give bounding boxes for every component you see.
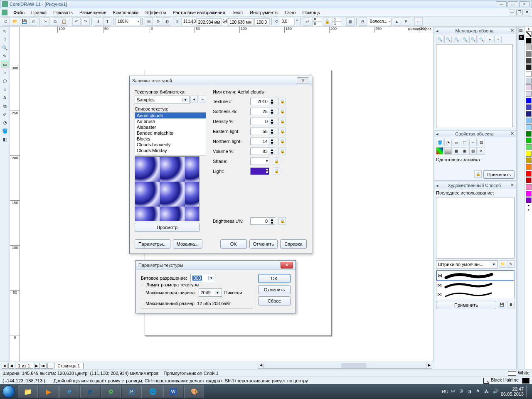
color-swatch[interactable] bbox=[526, 177, 532, 183]
clock[interactable]: 20:4706.05.2013 bbox=[501, 387, 524, 397]
cancel-button[interactable]: Отменить bbox=[258, 285, 291, 294]
zoom-combo[interactable]: 100% bbox=[116, 18, 140, 25]
last-page-button[interactable]: ⏭ bbox=[41, 363, 47, 369]
color-swatch[interactable] bbox=[526, 31, 532, 37]
color-swatch[interactable] bbox=[526, 111, 532, 117]
task-chrome[interactable]: 🌐 bbox=[143, 385, 163, 398]
zoom-out-icon[interactable]: 🔍 bbox=[453, 36, 460, 43]
color-swatch[interactable] bbox=[526, 51, 532, 57]
web-tab-icon[interactable]: ⬚ bbox=[461, 139, 468, 146]
maximize-button[interactable]: ▭ bbox=[507, 1, 518, 7]
convert-button[interactable]: ○ bbox=[414, 17, 423, 26]
pick-tool[interactable]: ↖ bbox=[1, 27, 9, 35]
lock-icon[interactable]: 🔒 bbox=[278, 108, 286, 115]
h-field[interactable]: 120.638 мм bbox=[227, 18, 254, 26]
color-swatch[interactable] bbox=[526, 184, 532, 190]
color-swatch[interactable] bbox=[526, 118, 532, 123]
snap-button[interactable]: ⊞ bbox=[145, 17, 153, 26]
export-button[interactable]: ⬆ bbox=[103, 17, 111, 26]
open-button[interactable]: 📂 bbox=[11, 17, 19, 26]
page-tab[interactable]: Страница 1 bbox=[54, 363, 84, 369]
ruler-vertical[interactable]: 300 250 200 150 100 50 0 bbox=[10, 33, 20, 377]
task-explorer[interactable]: 📁 bbox=[18, 385, 38, 398]
zoom-sel-icon[interactable]: 🔍 bbox=[461, 36, 468, 43]
corner-tl[interactable]: 0 bbox=[312, 17, 322, 22]
freehand-tool[interactable]: ✎ bbox=[1, 52, 9, 60]
corner-lock[interactable]: 🔒 bbox=[323, 17, 331, 26]
corner-br[interactable]: 1 bbox=[332, 22, 342, 26]
start-button[interactable] bbox=[0, 384, 17, 399]
toback-button[interactable]: ▼ bbox=[402, 17, 410, 26]
cancel-button[interactable]: Отменить bbox=[249, 239, 278, 249]
blend-tool[interactable]: ⧉ bbox=[1, 102, 9, 110]
docker-tab-2[interactable]: ✕ bbox=[518, 34, 524, 40]
paste-button[interactable]: 📋 bbox=[60, 17, 68, 26]
color-swatch[interactable] bbox=[526, 58, 532, 64]
import-button[interactable]: ⬇ bbox=[94, 17, 102, 26]
outline-icon[interactable]: ◔ bbox=[359, 17, 367, 26]
list-item[interactable]: Blocks bbox=[135, 136, 206, 142]
corner-bl[interactable]: 0 bbox=[312, 22, 322, 26]
spinner[interactable]: ▲▼ bbox=[269, 217, 275, 225]
save-stroke-icon[interactable]: 💾 bbox=[498, 301, 505, 308]
wrap-button[interactable]: ▦ bbox=[346, 17, 355, 26]
params-button[interactable]: Параметры... bbox=[135, 239, 170, 249]
new-stroke-icon[interactable]: ✎ bbox=[507, 260, 515, 268]
save-button[interactable]: 💾 bbox=[20, 17, 28, 26]
rect-tab-icon[interactable]: ▭ bbox=[453, 139, 460, 146]
color-swatch[interactable] bbox=[526, 38, 532, 44]
uniform-fill-icon[interactable] bbox=[436, 147, 443, 155]
remove-library-icon[interactable]: － bbox=[199, 96, 206, 103]
color-swatch[interactable] bbox=[526, 131, 532, 137]
cut-button[interactable]: ✂ bbox=[42, 17, 50, 26]
spinner[interactable]: ▲▼ bbox=[269, 108, 275, 115]
tofront-button[interactable]: ▲ bbox=[393, 17, 401, 26]
y-field[interactable]: 202.934 мм bbox=[196, 18, 222, 26]
close-button[interactable]: ✕ bbox=[519, 1, 530, 7]
color-swatch[interactable] bbox=[526, 64, 532, 70]
color-swatch[interactable] bbox=[526, 71, 532, 77]
mdi-restore[interactable]: ❐ bbox=[516, 10, 523, 15]
menu-text[interactable]: Текст bbox=[229, 9, 247, 16]
corel-button[interactable]: ◐ bbox=[163, 17, 171, 26]
color-swatch[interactable] bbox=[526, 164, 532, 170]
lock-icon[interactable]: 🔒 bbox=[278, 98, 286, 105]
list-item[interactable]: Banded malachite bbox=[135, 130, 206, 136]
docker-tab-1[interactable]: ▤ bbox=[518, 27, 524, 33]
lock-icon[interactable]: 🔒 bbox=[278, 128, 286, 135]
resolution-combo[interactable]: 300 bbox=[190, 274, 215, 282]
param-field[interactable]: 83 bbox=[250, 148, 269, 155]
task-p[interactable]: P bbox=[122, 385, 142, 398]
first-page-button[interactable]: ⏮ bbox=[2, 363, 7, 369]
color-swatch[interactable] bbox=[526, 138, 532, 143]
maxwidth-combo[interactable]: 2049 bbox=[199, 288, 222, 297]
menu-layout[interactable]: Размещение bbox=[76, 9, 110, 16]
param-field[interactable]: 2010 bbox=[250, 98, 269, 105]
ruler-horizontal[interactable]: миллиметров 100 50 0 50 100 150 200 250 … bbox=[20, 27, 433, 33]
task-wmp[interactable]: ▶ bbox=[39, 385, 59, 398]
brightness-field[interactable]: 0 bbox=[250, 217, 269, 225]
reset-button[interactable]: Сброс bbox=[258, 296, 291, 305]
docker-close-icon[interactable]: ✕ bbox=[510, 131, 515, 136]
list-item[interactable]: Aerial clouds bbox=[135, 113, 206, 118]
add-page-button[interactable]: ＋ bbox=[47, 363, 53, 369]
delete-stroke-icon[interactable]: 🗑 bbox=[507, 301, 515, 308]
copy-button[interactable]: ⧉ bbox=[51, 17, 59, 26]
menu-edit[interactable]: Правка bbox=[28, 9, 50, 16]
mdi-minimize[interactable]: — bbox=[509, 10, 515, 15]
network-icon[interactable]: 🖧 bbox=[484, 389, 490, 394]
text-tool[interactable]: A bbox=[1, 94, 9, 101]
menu-view[interactable]: Показать bbox=[50, 9, 76, 16]
lock-icon[interactable]: 🔒 bbox=[278, 138, 286, 145]
texture-fill-icon[interactable]: ▦ bbox=[461, 147, 468, 155]
color-swatch[interactable] bbox=[526, 171, 532, 177]
help-button[interactable]: Справка bbox=[280, 239, 307, 249]
options-button[interactable]: ⚙ bbox=[154, 17, 162, 26]
outline-combo[interactable]: Волося... bbox=[368, 18, 392, 25]
stroke-item[interactable]: ⋈ bbox=[436, 281, 514, 290]
menu-bitmaps[interactable]: Растровые изображения bbox=[169, 9, 228, 16]
lock-icon[interactable]: 🔒 bbox=[278, 118, 286, 125]
color-swatch[interactable] bbox=[526, 44, 532, 50]
pattern-fill-icon[interactable]: ▩ bbox=[453, 147, 460, 155]
lock-icon[interactable]: 🔒 bbox=[278, 217, 286, 225]
